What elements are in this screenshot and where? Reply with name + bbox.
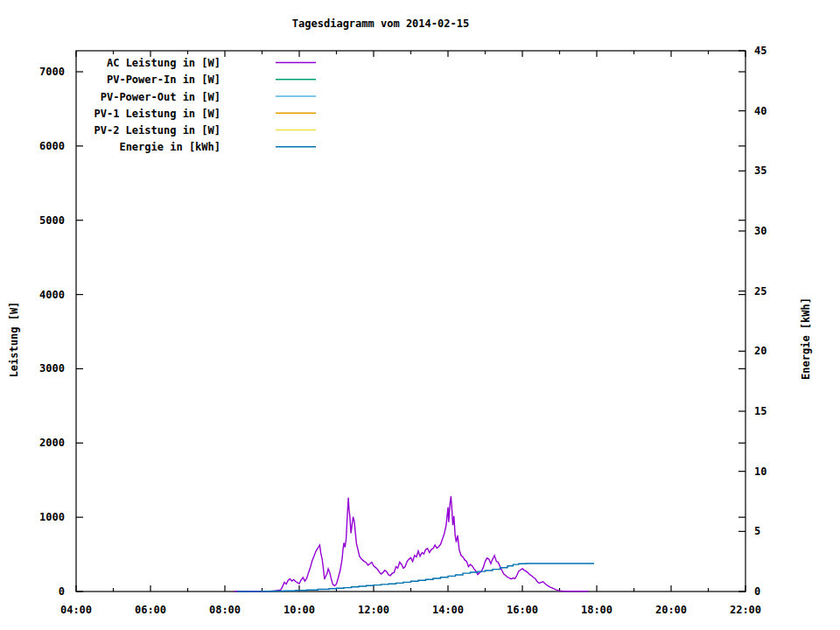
svg-text:1000: 1000: [39, 511, 65, 523]
legend-label: PV-2 Leistung in [W]: [94, 124, 221, 136]
svg-text:3000: 3000: [39, 362, 65, 374]
svg-text:35: 35: [754, 164, 766, 177]
legend-label: PV-Power-In in [W]: [107, 74, 220, 86]
svg-text:08:00: 08:00: [209, 604, 241, 616]
legend: AC Leistung in [W]PV-Power-In in [W]PV-P…: [94, 57, 317, 153]
legend-label: PV-Power-Out in [W]: [101, 91, 220, 103]
legend-label: PV-1 Leistung in [W]: [94, 108, 221, 120]
svg-text:14:00: 14:00: [432, 604, 464, 616]
svg-text:12:00: 12:00: [358, 604, 389, 616]
svg-text:18:00: 18:00: [581, 604, 612, 616]
svg-text:25: 25: [754, 285, 766, 298]
svg-text:4000: 4000: [39, 289, 65, 301]
svg-text:2000: 2000: [39, 437, 65, 449]
svg-text:04:00: 04:00: [60, 604, 92, 616]
svg-text:20: 20: [754, 345, 766, 357]
series-leistung: [234, 496, 589, 592]
legend-label: AC Leistung in [W]: [107, 57, 220, 69]
svg-text:0: 0: [59, 585, 65, 598]
svg-text:10: 10: [754, 466, 766, 478]
svg-text:10:00: 10:00: [284, 604, 315, 616]
series-energie: [237, 564, 594, 592]
svg-text:16:00: 16:00: [507, 604, 538, 616]
series-curves: [234, 496, 594, 592]
svg-text:7000: 7000: [39, 66, 65, 78]
svg-text:5: 5: [754, 525, 760, 537]
legend-label: Energie in [kWh]: [119, 141, 220, 153]
svg-text:06:00: 06:00: [135, 604, 166, 616]
plot-area: 04:0006:0008:0010:0012:0014:0016:0018:00…: [0, 0, 840, 630]
svg-text:6000: 6000: [39, 140, 65, 152]
svg-text:30: 30: [754, 225, 766, 237]
chart-container: Tagesdiagramm vom 2014-02-15 Leistung [W…: [0, 0, 840, 630]
svg-text:22:00: 22:00: [730, 604, 761, 616]
svg-text:5000: 5000: [39, 214, 65, 227]
svg-text:40: 40: [754, 105, 766, 117]
svg-text:45: 45: [754, 45, 766, 57]
svg-text:15: 15: [754, 405, 766, 417]
svg-text:0: 0: [754, 585, 760, 598]
svg-text:20:00: 20:00: [655, 604, 687, 616]
y2-axis-ticks: 051015202530354045: [738, 45, 766, 598]
